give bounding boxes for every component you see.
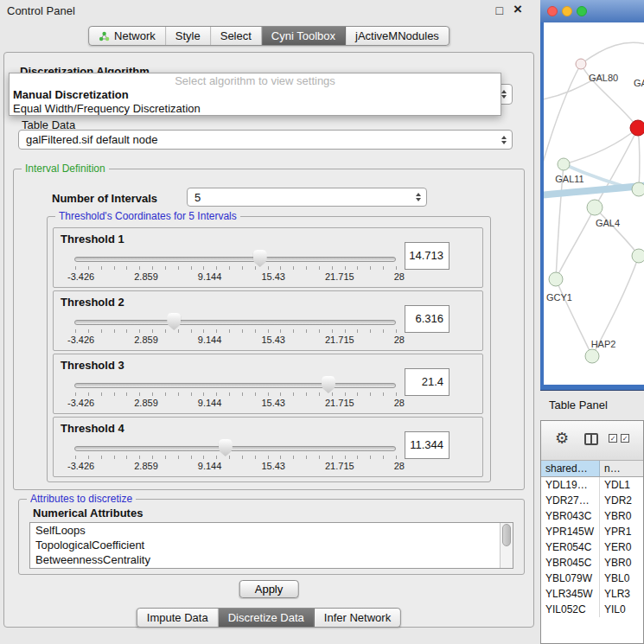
numerical-attributes-list[interactable]: SelfLoops TopologicalCoefficient Between… <box>29 522 513 569</box>
network-node[interactable] <box>587 200 603 215</box>
combo-stepper-icon <box>501 136 507 144</box>
interval-definition-legend: Interval Definition <box>22 163 109 175</box>
tab-select[interactable]: Select <box>211 27 262 45</box>
cell-name[interactable]: YBL0 <box>600 571 643 586</box>
threshold-2-slider-track[interactable] <box>74 320 396 325</box>
scale-label: 28 <box>394 398 405 408</box>
checkbox-icon[interactable]: ✓ <box>609 434 617 443</box>
network-node[interactable] <box>576 59 586 69</box>
cell-name[interactable]: YBR0 <box>600 555 643 571</box>
network-node[interactable] <box>549 272 563 286</box>
table-toolbar: ⚙ ✓ ✓ <box>541 421 643 461</box>
table-data-combobox[interactable]: galFiltered.sif default node <box>18 130 513 150</box>
network-node[interactable] <box>632 182 644 196</box>
tab-style[interactable]: Style <box>166 27 211 45</box>
network-canvas[interactable]: GAL80 GA GAL11 GAL4 GCY1 HAP2 <box>544 22 644 385</box>
cell-shared-name[interactable]: YBR045C <box>541 555 600 571</box>
table-row[interactable]: YER054CYER0 <box>541 539 643 555</box>
number-of-intervals-combobox[interactable]: 5 <box>187 188 427 207</box>
cell-shared-name[interactable]: YDR27… <box>541 493 600 508</box>
list-item-topologicalcoefficient[interactable]: TopologicalCoefficient <box>30 538 513 552</box>
cell-name[interactable]: YER0 <box>600 539 643 555</box>
tab-infer-network[interactable]: Infer Network <box>315 609 400 627</box>
list-scrollbar[interactable] <box>500 523 513 568</box>
slider-scale-labels: -3.426 2.859 9.144 15.43 21.715 28 <box>67 271 405 282</box>
tab-impute-data[interactable]: Impute Data <box>137 609 219 627</box>
network-node[interactable] <box>632 249 644 263</box>
scrollbar-thumb[interactable] <box>502 524 511 546</box>
tab-network[interactable]: Network <box>89 27 166 45</box>
float-window-icon[interactable]: □ <box>496 3 503 17</box>
number-of-intervals-value: 5 <box>194 191 201 204</box>
tab-jactivemnodules[interactable]: jActiveMNodules <box>346 27 449 45</box>
tab-discretize-data[interactable]: Discretize Data <box>219 609 315 627</box>
tab-cyni-toolbox-label: Cyni Toolbox <box>271 29 335 42</box>
network-edge-thick[interactable] <box>544 185 644 195</box>
list-item-selfloops[interactable]: SelfLoops <box>30 523 513 538</box>
network-node[interactable] <box>585 349 599 363</box>
slider-scale-labels: -3.426 2.859 9.144 15.43 21.715 28 <box>67 461 405 471</box>
threshold-4-slider-track[interactable] <box>74 446 396 451</box>
threshold-2-value-field[interactable]: 6.316 <box>405 305 450 333</box>
mac-minimize-button[interactable] <box>562 6 572 16</box>
cell-name[interactable]: YIL0 <box>600 602 643 617</box>
threshold-1-slider-thumb[interactable] <box>253 250 267 267</box>
cell-name[interactable]: YBR0 <box>600 508 643 524</box>
close-window-icon[interactable]: × <box>513 1 522 18</box>
network-node-selected[interactable] <box>630 120 644 136</box>
table-row[interactable]: YBR045CYBR0 <box>541 555 643 571</box>
checkbox-icon[interactable]: ✓ <box>621 434 629 443</box>
cell-shared-name[interactable]: YPR145W <box>541 524 600 539</box>
table-row[interactable]: YBL079WYBL0 <box>541 571 643 586</box>
threshold-3-panel: Threshold 3 -3.426 2.859 9.144 15.43 21.… <box>53 354 483 414</box>
threshold-4-value-field[interactable]: 11.344 <box>405 431 450 459</box>
threshold-2-slider-thumb[interactable] <box>167 313 181 330</box>
table-row[interactable]: YIL052CYIL0 <box>541 602 643 617</box>
control-panel-tabs: Network Style Select Cyni Toolbox jActiv… <box>88 26 450 46</box>
cell-shared-name[interactable]: YDL19… <box>541 477 600 493</box>
cell-name[interactable]: YPR1 <box>600 524 643 539</box>
network-node[interactable] <box>558 158 570 170</box>
combo-stepper-icon <box>416 193 421 201</box>
cell-name[interactable]: YDL1 <box>600 477 643 493</box>
cell-shared-name[interactable]: YBR043C <box>541 508 600 524</box>
table-row[interactable]: YDR27…YDR2 <box>541 493 643 508</box>
cell-name[interactable]: YDR2 <box>600 493 643 508</box>
cell-shared-name[interactable]: YLR345W <box>541 586 600 602</box>
slider-scale-labels: -3.426 2.859 9.144 15.43 21.715 28 <box>67 335 405 345</box>
gear-icon[interactable]: ⚙ <box>555 429 569 448</box>
threshold-3-slider-thumb[interactable] <box>322 376 335 393</box>
threshold-1-slider-track[interactable] <box>74 257 396 262</box>
column-header-name[interactable]: n… <box>600 461 643 476</box>
cell-name[interactable]: YLR3 <box>600 586 643 602</box>
tab-cyni-toolbox[interactable]: Cyni Toolbox <box>262 27 346 45</box>
attributes-to-discretize-group: Attributes to discretize Numerical Attri… <box>18 499 525 575</box>
threshold-3-slider-track[interactable] <box>74 383 396 388</box>
dropdown-option-equal-width-frequency[interactable]: Equal Width/Frequency Discretization <box>10 102 501 116</box>
table-row[interactable]: YPR145WYPR1 <box>541 524 643 539</box>
mac-zoom-button[interactable] <box>577 6 587 16</box>
cell-shared-name[interactable]: YIL052C <box>541 602 600 617</box>
column-header-shared-name[interactable]: shared… <box>541 461 600 476</box>
apply-button[interactable]: Apply <box>239 580 299 598</box>
dropdown-prompt: Select algorithm to view settings <box>10 73 501 88</box>
threshold-4-slider-thumb[interactable] <box>219 439 233 456</box>
cell-shared-name[interactable]: YBL079W <box>541 571 600 586</box>
list-item-betweennesscentrality[interactable]: BetweennessCentrality <box>30 552 513 567</box>
dropdown-option-manual-discretization[interactable]: Manual Discretization <box>10 88 501 102</box>
attributes-legend: Attributes to discretize <box>27 493 136 506</box>
columns-icon[interactable] <box>584 433 598 445</box>
table-row[interactable]: YLR345WYLR3 <box>541 586 643 602</box>
node-label-hap2: HAP2 <box>591 339 616 349</box>
thresholds-legend: Threshold's Coordinates for 5 Intervals <box>55 210 240 223</box>
node-label-gcy1: GCY1 <box>546 292 572 303</box>
threshold-1-value-field[interactable]: 14.713 <box>405 242 450 270</box>
threshold-3-value-field[interactable]: 21.4 <box>405 368 450 396</box>
cell-shared-name[interactable]: YER054C <box>541 539 600 555</box>
table-row[interactable]: YDL19…YDL1 <box>541 477 643 493</box>
node-label-gal80: GAL80 <box>589 73 618 83</box>
table-row[interactable]: YBR043CYBR0 <box>541 508 643 524</box>
slider-ticks <box>75 392 397 396</box>
scale-label: -3.426 <box>67 461 94 471</box>
mac-close-button[interactable] <box>547 6 558 16</box>
